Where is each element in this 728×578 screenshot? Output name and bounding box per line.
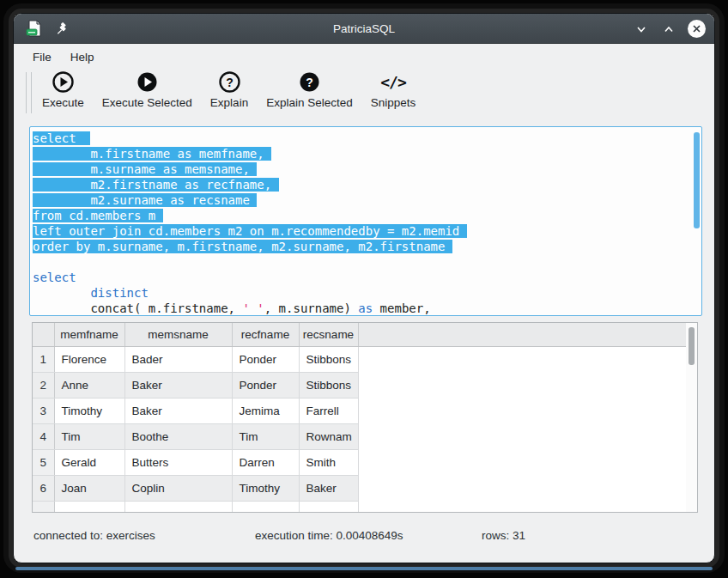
menu-item-file[interactable]: File bbox=[23, 48, 61, 66]
row-filler bbox=[358, 475, 697, 501]
row-number-cell[interactable]: 4 bbox=[33, 423, 54, 449]
table-row[interactable]: 1FlorenceBaderPonderStibbons bbox=[33, 346, 697, 372]
sql-editor[interactable]: select m.firstname as memfname, m.surnam… bbox=[29, 126, 702, 316]
table-row[interactable]: 6JoanCoplinTimothyBaker bbox=[33, 475, 697, 501]
results-table: memfnamememsnamerecfnamerecsname 1Floren… bbox=[33, 323, 697, 513]
status-execution-time: execution time: 0.00408649s bbox=[255, 529, 403, 542]
toolbar-drag-handle[interactable] bbox=[26, 72, 32, 113]
code-line: m2.surname as recsname bbox=[33, 192, 689, 208]
table-cell[interactable]: Florence bbox=[54, 346, 124, 372]
sql-editor-content[interactable]: select m.firstname as memfname, m.surnam… bbox=[33, 131, 689, 315]
corner-header-cell[interactable] bbox=[33, 323, 54, 346]
execute-selected-button[interactable]: Execute Selected bbox=[97, 69, 197, 111]
editor-scrollbar-thumb[interactable] bbox=[694, 132, 700, 228]
code-line: from cd.members m bbox=[33, 208, 689, 223]
table-cell[interactable]: Stibbons bbox=[299, 372, 358, 398]
tool-button-label: Execute bbox=[42, 96, 84, 109]
table-row[interactable] bbox=[33, 501, 697, 513]
row-number-cell[interactable]: 2 bbox=[33, 372, 54, 398]
row-filler bbox=[358, 449, 697, 475]
row-filler bbox=[358, 372, 697, 398]
status-row-count: rows: 31 bbox=[482, 529, 525, 542]
toolbar: ExecuteExecute Selected?Explain?Explain … bbox=[14, 69, 714, 122]
table-cell[interactable]: Darren bbox=[232, 449, 299, 475]
row-number-cell[interactable]: 1 bbox=[33, 346, 54, 372]
table-cell[interactable]: Ponder bbox=[232, 346, 299, 372]
table-cell[interactable]: Timothy bbox=[54, 398, 124, 423]
table-row[interactable]: 3TimothyBakerJemimaFarrell bbox=[33, 398, 697, 423]
table-cell[interactable] bbox=[54, 501, 124, 513]
table-cell[interactable] bbox=[299, 501, 358, 513]
tool-button-label: Execute Selected bbox=[102, 96, 192, 109]
explain-button[interactable]: ?Explain bbox=[205, 69, 253, 111]
results-grid[interactable]: memfnamememsnamerecfnamerecsname 1Floren… bbox=[32, 322, 698, 513]
play-circle-outline-icon bbox=[52, 70, 75, 94]
table-cell[interactable]: Rownam bbox=[299, 423, 358, 449]
row-filler bbox=[358, 501, 697, 513]
table-row[interactable]: 5GeraldButtersDarrenSmith bbox=[33, 449, 697, 475]
table-cell[interactable]: Coplin bbox=[124, 475, 232, 501]
code-line: select bbox=[33, 270, 689, 285]
tool-button-label: Explain bbox=[210, 96, 248, 109]
execute-button[interactable]: Execute bbox=[37, 69, 89, 111]
menu-item-help[interactable]: Help bbox=[61, 48, 104, 66]
table-cell[interactable]: Tim bbox=[232, 423, 299, 449]
table-cell[interactable]: Gerald bbox=[54, 449, 124, 475]
table-row[interactable]: 2AnneBakerPonderStibbons bbox=[33, 372, 697, 398]
table-cell[interactable]: Joan bbox=[54, 475, 124, 501]
table-cell[interactable]: Timothy bbox=[232, 475, 299, 501]
status-connection: connected to: exercises bbox=[33, 529, 155, 542]
row-number-cell[interactable]: 3 bbox=[33, 398, 54, 423]
table-cell[interactable] bbox=[124, 501, 232, 513]
snippets-button[interactable]: </>Snippets bbox=[366, 69, 422, 111]
close-button[interactable] bbox=[687, 20, 706, 39]
row-filler bbox=[358, 398, 697, 423]
results-scrollbar[interactable] bbox=[686, 323, 697, 512]
results-tbody: 1FlorenceBaderPonderStibbons2AnneBakerPo… bbox=[33, 346, 697, 513]
column-header-recfname[interactable]: recfname bbox=[232, 323, 299, 346]
desktop: PatriciaSQL FileHelp ExecuteExecute bbox=[0, 0, 728, 578]
code-line: select bbox=[33, 131, 689, 146]
column-header-recsname[interactable]: recsname bbox=[299, 323, 358, 346]
table-cell[interactable]: Boothe bbox=[124, 423, 232, 449]
table-cell[interactable]: Baker bbox=[124, 372, 232, 398]
maximize-button[interactable] bbox=[659, 20, 678, 39]
row-number-cell[interactable]: 6 bbox=[33, 475, 54, 501]
explain-selected-button[interactable]: ?Explain Selected bbox=[261, 69, 358, 111]
table-cell[interactable]: Smith bbox=[299, 449, 358, 475]
tool-button-label: Explain Selected bbox=[266, 96, 353, 109]
results-scrollbar-thumb[interactable] bbox=[689, 327, 695, 365]
table-row[interactable]: 4TimBootheTimRownam bbox=[33, 423, 697, 449]
table-cell[interactable] bbox=[232, 501, 299, 513]
row-number-cell[interactable]: 5 bbox=[33, 449, 54, 475]
table-cell[interactable]: Stibbons bbox=[299, 346, 358, 372]
window-title: PatriciaSQL bbox=[14, 22, 714, 35]
results-header-row: memfnamememsnamerecfnamerecsname bbox=[33, 323, 697, 346]
code-line: order by m.surname, m.firstname, m2.surn… bbox=[33, 239, 689, 254]
titlebar[interactable]: PatriciaSQL bbox=[14, 14, 714, 44]
column-header-memsname[interactable]: memsname bbox=[124, 323, 232, 346]
code-icon: </> bbox=[380, 70, 406, 94]
menubar: FileHelp bbox=[14, 45, 714, 69]
question-circle-outline-icon: ? bbox=[218, 70, 241, 94]
table-cell[interactable]: Tim bbox=[54, 423, 124, 449]
table-cell[interactable]: Anne bbox=[54, 372, 124, 398]
app-window: PatriciaSQL FileHelp ExecuteExecute bbox=[13, 13, 715, 563]
toolbar-buttons: ExecuteExecute Selected?Explain?Explain … bbox=[37, 69, 421, 111]
minimize-button[interactable] bbox=[632, 20, 651, 39]
row-number-cell[interactable] bbox=[33, 501, 54, 513]
table-cell[interactable]: Ponder bbox=[232, 372, 299, 398]
column-header-memfname[interactable]: memfname bbox=[54, 323, 124, 346]
table-cell[interactable]: Baker bbox=[299, 475, 358, 501]
window-bottom-edge bbox=[15, 567, 713, 570]
table-cell[interactable]: Jemima bbox=[232, 398, 299, 423]
table-cell[interactable]: Bader bbox=[124, 346, 232, 372]
table-cell[interactable]: Farrell bbox=[299, 398, 358, 423]
svg-text:?: ? bbox=[226, 76, 234, 89]
table-cell[interactable]: Butters bbox=[124, 449, 232, 475]
app-icon[interactable] bbox=[24, 20, 43, 39]
header-filler bbox=[358, 323, 697, 346]
table-cell[interactable]: Baker bbox=[124, 398, 232, 423]
pin-icon[interactable] bbox=[52, 20, 70, 39]
row-filler bbox=[358, 423, 697, 449]
